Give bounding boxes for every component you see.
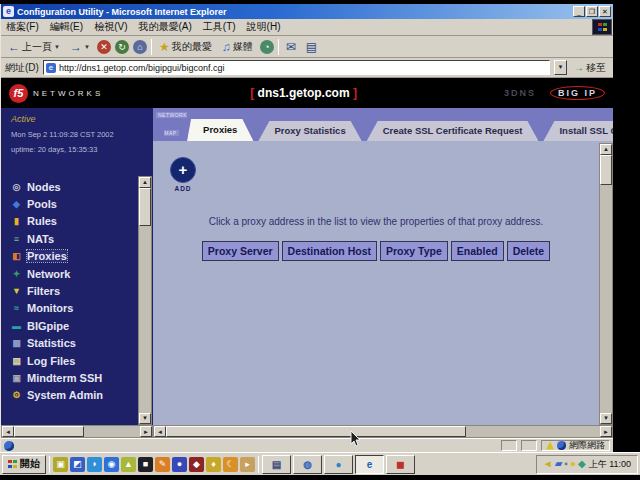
quicklaunch-icon[interactable]: ■ bbox=[138, 457, 153, 472]
scroll-thumb[interactable] bbox=[166, 426, 466, 437]
tray-icon[interactable]: ◆ bbox=[578, 459, 586, 469]
tab[interactable]: Create SSL Certificate Request bbox=[367, 121, 539, 141]
scroll-up-icon[interactable]: ▲ bbox=[600, 144, 612, 155]
tray-icon[interactable]: ▪ bbox=[564, 459, 568, 469]
status-pane bbox=[501, 440, 517, 451]
sidebar-vertical-scrollbar[interactable]: ▲ ▼ bbox=[138, 176, 152, 425]
scroll-down-icon[interactable]: ▼ bbox=[139, 413, 151, 424]
sidebar-item[interactable]: ◧ Proxies bbox=[11, 248, 133, 265]
forward-button[interactable]: → ▼ bbox=[67, 40, 93, 54]
table-header-cell[interactable]: Enabled bbox=[451, 241, 504, 261]
table-header-cell[interactable]: Delete bbox=[507, 241, 551, 261]
sidebar-item[interactable]: ◆ Pools bbox=[11, 195, 133, 212]
start-button[interactable]: 開始 bbox=[2, 455, 46, 474]
network-map-button[interactable]: NETWORK MAP bbox=[156, 108, 187, 141]
quicklaunch-icon[interactable]: ☾ bbox=[223, 457, 238, 472]
quicklaunch-icon[interactable]: ▣ bbox=[53, 457, 68, 472]
taskbar-task-button[interactable]: ● bbox=[324, 455, 353, 474]
main-horizontal-scrollbar[interactable]: ◄ ► bbox=[153, 425, 613, 438]
maximize-button[interactable]: ❐ bbox=[586, 6, 598, 17]
sidebar-item[interactable]: ≡ NATs bbox=[11, 230, 133, 247]
sidebar-item[interactable]: ≈ Monitors bbox=[11, 300, 133, 317]
tray-icon[interactable]: ◄ bbox=[543, 459, 553, 469]
taskbar-task-button[interactable]: ◼ bbox=[386, 455, 415, 474]
scroll-right-icon[interactable]: ► bbox=[140, 426, 152, 437]
bracket-open: [ bbox=[250, 86, 254, 100]
sidebar-item[interactable]: ▤ Log Files bbox=[11, 352, 133, 369]
scroll-left-icon[interactable]: ◄ bbox=[154, 426, 166, 437]
tab[interactable]: Proxies bbox=[187, 119, 253, 141]
menu-item[interactable]: 檢視(V) bbox=[94, 20, 127, 34]
quicklaunch-icon[interactable]: ◆ bbox=[189, 457, 204, 472]
tray-icon[interactable]: ▰ bbox=[555, 459, 563, 469]
sidebar-item[interactable]: ▣ Mindterm SSH bbox=[11, 369, 133, 386]
close-button[interactable]: ✕ bbox=[599, 6, 611, 17]
print-button[interactable]: ▤ bbox=[303, 40, 320, 54]
quicklaunch-icon[interactable]: ◗ bbox=[87, 457, 102, 472]
media-button[interactable]: ♫ 媒體 bbox=[219, 39, 256, 55]
history-button[interactable]: ◔ bbox=[260, 40, 274, 54]
sidebar-item[interactable]: ◎ Nodes bbox=[11, 178, 133, 195]
sidebar-item-icon: ▤ bbox=[11, 356, 22, 366]
scroll-thumb[interactable] bbox=[139, 188, 151, 226]
zone-alert-icon bbox=[546, 442, 554, 450]
scroll-up-icon[interactable]: ▲ bbox=[139, 177, 151, 188]
address-dropdown-button[interactable]: ▼ bbox=[554, 60, 567, 75]
tab[interactable]: Proxy Statistics bbox=[258, 121, 361, 141]
tray-icon[interactable]: ● bbox=[570, 459, 576, 469]
3dns-label[interactable]: 3DNS bbox=[504, 88, 536, 98]
menu-item[interactable]: 編輯(E) bbox=[50, 20, 83, 34]
menu-item[interactable]: 說明(H) bbox=[247, 20, 281, 34]
quicklaunch-icon[interactable]: ◉ bbox=[104, 457, 119, 472]
sidebar-item-label: System Admin bbox=[27, 389, 103, 401]
table-header-cell[interactable]: Proxy Server bbox=[202, 241, 279, 261]
home-button[interactable]: ⌂ bbox=[133, 40, 147, 54]
bigip-badge[interactable]: BIG IP bbox=[550, 86, 605, 100]
stop-button[interactable]: ✕ bbox=[97, 40, 111, 54]
menu-item[interactable]: 檔案(F) bbox=[6, 20, 39, 34]
scroll-thumb[interactable] bbox=[600, 155, 612, 185]
window-controls: _ ❐ ✕ bbox=[573, 6, 611, 17]
favorites-button[interactable]: ★ 我的最愛 bbox=[156, 39, 215, 55]
quicklaunch-icon[interactable]: ▸ bbox=[240, 457, 255, 472]
taskbar-clock[interactable]: 上午 11:00 bbox=[589, 458, 631, 471]
mail-button[interactable]: ✉ bbox=[283, 40, 299, 54]
sidebar-item[interactable]: ▦ Statistics bbox=[11, 335, 133, 352]
app-body: Active Mon Sep 2 11:09:28 CST 2002 uptim… bbox=[1, 108, 613, 425]
sidebar-horizontal-scrollbar[interactable]: ◄ ► bbox=[1, 425, 153, 438]
add-proxy-button[interactable]: + ADD bbox=[167, 157, 199, 192]
scroll-left-icon[interactable]: ◄ bbox=[2, 426, 14, 437]
taskbar-task-button[interactable]: ▤ bbox=[262, 455, 291, 474]
address-input[interactable]: e http://dns1.getop.com/bigipgui/bigconf… bbox=[43, 60, 550, 75]
sidebar-item[interactable]: ✦ Network bbox=[11, 265, 133, 282]
scroll-thumb[interactable] bbox=[14, 426, 84, 437]
scroll-down-icon[interactable]: ▼ bbox=[600, 413, 612, 424]
back-button[interactable]: ← 上一頁 ▼ bbox=[5, 39, 63, 55]
quicklaunch-icon[interactable]: ◩ bbox=[70, 457, 85, 472]
sidebar-item[interactable]: ▮ Rules bbox=[11, 213, 133, 230]
go-button[interactable]: → 移至 bbox=[571, 61, 609, 75]
quicklaunch-icon[interactable]: ✎ bbox=[155, 457, 170, 472]
quicklaunch-icon[interactable]: ▲ bbox=[121, 457, 136, 472]
toolbar-separator bbox=[151, 39, 152, 55]
quicklaunch-icon[interactable]: ● bbox=[172, 457, 187, 472]
taskbar-task-button[interactable]: e bbox=[355, 455, 384, 474]
table-header-cell[interactable]: Proxy Type bbox=[380, 241, 448, 261]
scroll-right-icon[interactable]: ► bbox=[600, 426, 612, 437]
quicklaunch-icon[interactable]: ♦ bbox=[206, 457, 221, 472]
sidebar-item[interactable]: ⚙ System Admin bbox=[11, 387, 133, 404]
menu-item[interactable]: 工具(T) bbox=[203, 20, 236, 34]
main-vertical-scrollbar[interactable]: ▲ ▼ bbox=[599, 143, 613, 425]
tab[interactable]: Install SSL Certif bbox=[543, 121, 613, 141]
sidebar-item[interactable]: ▼ Filters bbox=[11, 282, 133, 299]
internet-zone-icon bbox=[557, 441, 566, 450]
forward-dropdown-icon[interactable]: ▼ bbox=[84, 44, 90, 50]
back-dropdown-icon[interactable]: ▼ bbox=[54, 44, 60, 50]
minimize-button[interactable]: _ bbox=[573, 6, 585, 17]
sidebar-item[interactable]: ▬ BIGpipe bbox=[11, 317, 133, 334]
refresh-button[interactable]: ↻ bbox=[115, 40, 129, 54]
table-header-cell[interactable]: Destination Host bbox=[282, 241, 377, 261]
title-bar[interactable]: e Configuration Utility - Microsoft Inte… bbox=[1, 4, 613, 19]
taskbar-task-button[interactable]: ◍ bbox=[293, 455, 322, 474]
menu-item[interactable]: 我的最愛(A) bbox=[138, 20, 191, 34]
